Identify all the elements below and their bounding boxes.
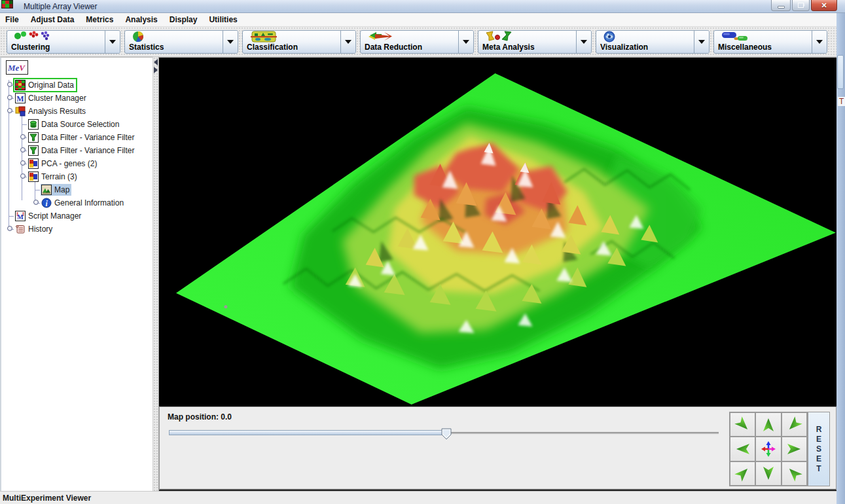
tree-item-map[interactable]: Map [1, 183, 153, 196]
clustering-dropdown[interactable] [105, 31, 120, 53]
tree-item-pca-genes[interactable]: PCA - genes (2) [1, 157, 153, 170]
menu-adjust-data[interactable]: Adjust Data [31, 15, 75, 24]
tree-item-label: Original Data [28, 81, 74, 90]
miscellaneous-dropdown[interactable] [812, 31, 827, 53]
scrollbar-thumb[interactable] [837, 55, 844, 89]
expand-handle-icon[interactable] [20, 160, 26, 166]
restore-icon [798, 3, 804, 8]
funnel-icon [28, 145, 39, 156]
split-divider[interactable] [153, 57, 159, 491]
menu-analysis[interactable]: Analysis [125, 15, 157, 24]
cluster-manager-icon: M [15, 93, 26, 103]
window-right-border: T [836, 13, 845, 504]
navigation-tree[interactable]: MeV Original Data M Cluster Manager [0, 57, 153, 491]
classification-dropdown[interactable] [340, 31, 355, 53]
expand-handle-icon[interactable] [20, 134, 26, 139]
data-reduction-icon [365, 30, 454, 43]
cursor-dot [224, 305, 227, 308]
title-bar[interactable]: Multiple Array Viewer ✕ [0, 0, 845, 13]
tree-item-data-source-selection[interactable]: Data Source Selection [1, 118, 153, 131]
clustering-label: Clustering [11, 43, 101, 52]
expand-handle-icon[interactable] [7, 226, 12, 231]
expand-handle-icon[interactable] [7, 82, 12, 87]
app-icon [1, 0, 13, 9]
clustering-button[interactable]: Clustering [7, 30, 120, 54]
miscellaneous-button[interactable]: Miscellaneous [713, 30, 827, 54]
close-button[interactable]: ✕ [811, 0, 837, 11]
classification-label: Classification [247, 43, 336, 52]
meta-analysis-button[interactable]: Meta Analysis [478, 30, 592, 54]
reset-button[interactable]: R E S E T [808, 412, 830, 486]
info-icon: i [41, 198, 52, 208]
svg-text:M: M [16, 94, 24, 103]
classification-button[interactable]: Classification [242, 30, 356, 54]
statistics-label: Statistics [129, 43, 219, 52]
rotate-left-button[interactable] [730, 437, 755, 461]
arrow-up-icon [760, 416, 777, 433]
chevron-down-icon [227, 40, 234, 44]
reset-letter: S [816, 445, 821, 454]
expand-handle-icon[interactable] [7, 95, 12, 100]
tree-item-data-filter-1[interactable]: Data Filter - Variance Filter [1, 131, 153, 144]
chevron-down-icon [109, 40, 116, 44]
collapse-left-icon[interactable] [154, 59, 158, 65]
data-reduction-button[interactable]: Data Reduction [360, 30, 474, 54]
visualization-button[interactable]: Visualization [596, 30, 710, 54]
map-position-slider[interactable] [169, 427, 719, 440]
statistics-button[interactable]: Statistics [124, 30, 238, 54]
miscellaneous-icon [718, 30, 808, 43]
rotate-center-button[interactable] [755, 437, 781, 461]
rotate-up-right-button[interactable] [782, 412, 807, 437]
restore-button[interactable] [792, 0, 810, 11]
minimize-button[interactable] [771, 0, 791, 11]
slider-track[interactable] [446, 432, 719, 434]
expand-handle-icon[interactable] [7, 108, 12, 113]
rotate-up-button[interactable] [755, 412, 781, 437]
tree-item-label: History [28, 225, 52, 234]
meta-analysis-label: Meta Analysis [482, 43, 572, 52]
rotate-up-left-button[interactable] [730, 412, 755, 437]
chevron-down-icon [698, 40, 705, 44]
tree-item-label: Data Source Selection [41, 120, 119, 129]
tree-item-terrain[interactable]: Terrain (3) [1, 170, 153, 183]
tree-item-original-data[interactable]: Original Data [1, 79, 153, 92]
menu-utilities[interactable]: Utilities [209, 15, 237, 24]
result-icon [28, 158, 39, 169]
map-icon [41, 185, 52, 195]
menu-display[interactable]: Display [170, 15, 198, 24]
meta-analysis-dropdown[interactable] [576, 31, 591, 53]
expand-handle-icon[interactable] [33, 200, 39, 205]
reset-letter: T [816, 465, 821, 473]
chevron-down-icon [581, 40, 587, 44]
rotate-down-left-button[interactable] [730, 461, 755, 486]
tree-item-label: Cluster Manager [28, 94, 86, 103]
expand-handle-icon[interactable] [20, 147, 26, 153]
tree-item-label: General Information [54, 198, 124, 207]
terrain-3d-view[interactable] [159, 58, 836, 406]
tree-item-history[interactable]: History [1, 223, 153, 236]
expand-handle-icon[interactable] [20, 173, 26, 179]
collapse-right-icon[interactable] [154, 67, 158, 73]
tree-item-script-manager[interactable]: M Script Manager [1, 209, 153, 223]
tree-item-cluster-manager[interactable]: M Cluster Manager [1, 92, 153, 105]
menu-file[interactable]: File [5, 15, 19, 24]
menu-metrics[interactable]: Metrics [86, 15, 113, 24]
rotate-right-button[interactable] [782, 437, 807, 461]
visualization-label: Visualization [600, 43, 690, 52]
slider-track-filled[interactable] [169, 430, 446, 435]
viewer-control-panel: Map position: 0.0 [159, 406, 836, 490]
svg-text:MeV: MeV [7, 63, 26, 73]
rotate-down-button[interactable] [755, 461, 781, 486]
miscellaneous-label: Miscellaneous [718, 43, 808, 52]
tree-item-label: PCA - genes (2) [41, 159, 97, 168]
rotate-down-right-button[interactable] [782, 461, 807, 486]
data-reduction-dropdown[interactable] [458, 31, 473, 53]
clustering-icon [11, 30, 101, 43]
status-text: MultiExperiment Viewer [3, 494, 91, 503]
statistics-dropdown[interactable] [223, 31, 238, 53]
tree-item-general-information[interactable]: i General Information [1, 196, 153, 209]
slider-thumb[interactable] [441, 428, 452, 440]
tree-item-analysis-results[interactable]: Analysis Results [1, 105, 153, 118]
visualization-dropdown[interactable] [694, 31, 709, 53]
tree-item-data-filter-2[interactable]: Data Filter - Variance Filter [1, 144, 153, 157]
